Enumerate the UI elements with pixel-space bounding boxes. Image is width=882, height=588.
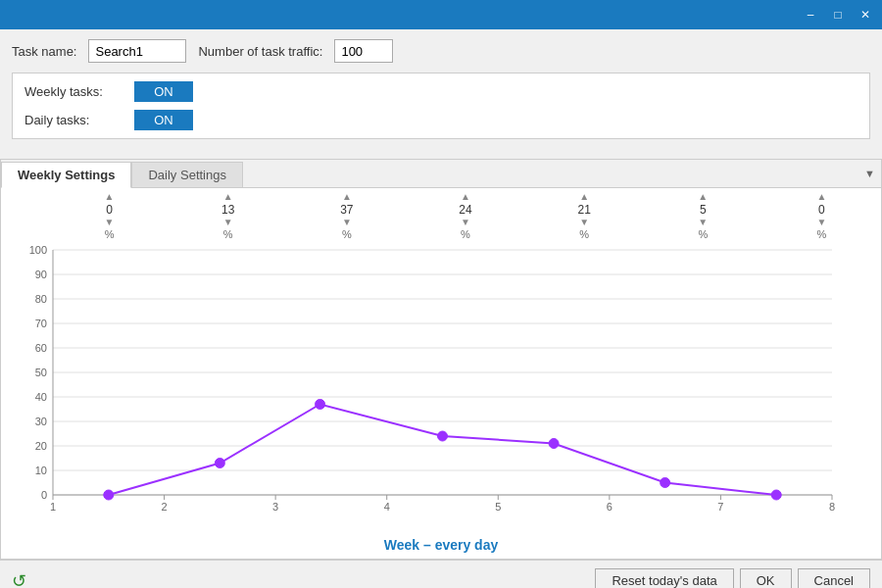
spinner-col-4: ▲ 21 ▼ % (525, 192, 644, 240)
svg-text:5: 5 (495, 501, 501, 513)
spinner-value-4: 21 (577, 203, 590, 217)
svg-text:0: 0 (41, 489, 47, 501)
action-buttons: Reset today's data OK Cancel (595, 568, 870, 588)
svg-text:3: 3 (272, 501, 278, 513)
svg-text:90: 90 (35, 269, 47, 280)
spinner-value-5: 5 (700, 203, 707, 217)
task-name-input[interactable] (88, 39, 186, 63)
spinner-pct-2: % (342, 228, 352, 240)
spinner-down-6[interactable]: ▼ (816, 218, 826, 227)
svg-text:1: 1 (50, 501, 56, 513)
minimize-button[interactable]: – (798, 4, 823, 25)
chart-svg: 010203040506070809010012345678 (9, 240, 852, 534)
spinner-down-0[interactable]: ▼ (105, 218, 115, 227)
spinner-pct-5: % (698, 228, 708, 240)
spinner-col-6: ▲ 0 ▼ % (762, 192, 881, 240)
refresh-icon[interactable]: ↺ (12, 570, 26, 589)
spinner-up-5[interactable]: ▲ (698, 192, 708, 202)
spinner-value-0: 0 (106, 203, 113, 217)
svg-text:7: 7 (717, 501, 723, 513)
spinner-value-1: 13 (221, 203, 234, 217)
tab-dropdown-icon[interactable]: ▼ (864, 168, 875, 179)
svg-text:40: 40 (35, 391, 47, 403)
svg-text:30: 30 (35, 416, 47, 427)
daily-settings-tab[interactable]: Daily Settings (131, 162, 242, 187)
form-row: Task name: Number of task traffic: (12, 39, 870, 63)
spinner-col-2: ▲ 37 ▼ % (287, 192, 406, 240)
svg-text:2: 2 (162, 501, 168, 513)
svg-text:20: 20 (35, 440, 47, 452)
spinner-pct-4: % (579, 228, 589, 240)
spinner-col-1: ▲ 13 ▼ % (169, 192, 287, 240)
spinner-value-2: 37 (340, 203, 353, 217)
spinners-row: ▲ 0 ▼ % ▲ 13 ▼ % ▲ 37 ▼ % ▲ 24 ▼ % ▲ 21 … (1, 188, 881, 240)
daily-toggle-row: Daily tasks: ON (24, 110, 858, 130)
traffic-label: Number of task traffic: (198, 44, 322, 59)
close-button[interactable]: ✕ (853, 4, 878, 25)
spinner-pct-6: % (817, 228, 827, 240)
weekly-label: Weekly tasks: (24, 84, 122, 99)
title-bar: – □ ✕ (0, 0, 882, 29)
svg-text:70: 70 (35, 318, 47, 329)
spinner-pct-0: % (105, 228, 115, 240)
ok-button[interactable]: OK (740, 568, 792, 588)
svg-point-44 (549, 439, 559, 449)
tab-body: ▲ 0 ▼ % ▲ 13 ▼ % ▲ 37 ▼ % ▲ 24 ▼ % ▲ 21 … (1, 188, 881, 559)
spinner-down-5[interactable]: ▼ (698, 218, 708, 227)
cancel-button[interactable]: Cancel (798, 568, 870, 588)
svg-text:10: 10 (35, 465, 47, 476)
svg-text:60: 60 (35, 342, 47, 354)
spinner-value-6: 0 (818, 203, 825, 217)
bottom-bar: ↺ Reset today's data OK Cancel (0, 560, 882, 588)
spinner-value-3: 24 (459, 203, 471, 217)
tab-container: Weekly Settings Daily Settings ▼ ▲ 0 ▼ %… (0, 159, 882, 560)
main-panel: Task name: Number of task traffic: Weekl… (0, 29, 882, 159)
svg-text:100: 100 (29, 244, 47, 256)
spinner-up-1[interactable]: ▲ (223, 192, 233, 202)
svg-point-42 (316, 400, 325, 410)
daily-label: Daily tasks: (24, 113, 122, 127)
x-axis-label: Week – every day (1, 537, 881, 559)
svg-text:50: 50 (35, 367, 47, 378)
svg-point-40 (104, 490, 114, 500)
spinner-down-1[interactable]: ▼ (223, 218, 233, 227)
spinner-pct-3: % (461, 228, 470, 240)
spinner-pct-1: % (223, 228, 233, 240)
spinner-col-5: ▲ 5 ▼ % (644, 192, 762, 240)
spinner-up-0[interactable]: ▲ (105, 192, 115, 202)
svg-text:4: 4 (384, 501, 390, 513)
svg-text:6: 6 (607, 501, 612, 513)
svg-point-41 (215, 459, 224, 468)
weekly-toggle-btn[interactable]: ON (134, 81, 193, 102)
traffic-input[interactable] (334, 39, 393, 63)
spinner-col-0: ▲ 0 ▼ % (50, 192, 169, 240)
spinner-up-2[interactable]: ▲ (342, 192, 352, 202)
svg-point-43 (438, 431, 448, 441)
daily-toggle-btn[interactable]: ON (134, 110, 193, 130)
svg-text:8: 8 (829, 501, 835, 513)
weekly-settings-tab[interactable]: Weekly Settings (1, 162, 131, 188)
svg-text:80: 80 (35, 293, 47, 305)
task-name-label: Task name: (12, 44, 76, 59)
window-controls: – □ ✕ (798, 4, 878, 25)
weekly-toggle-row: Weekly tasks: ON (24, 81, 858, 102)
maximize-button[interactable]: □ (825, 4, 851, 25)
toggle-section: Weekly tasks: ON Daily tasks: ON (12, 73, 870, 139)
spinner-down-2[interactable]: ▼ (342, 218, 352, 227)
tab-header: Weekly Settings Daily Settings ▼ (1, 160, 881, 188)
spinner-up-3[interactable]: ▲ (461, 192, 470, 202)
spinner-col-3: ▲ 24 ▼ % (406, 192, 524, 240)
svg-point-46 (771, 490, 781, 500)
reset-today-button[interactable]: Reset today's data (595, 568, 733, 588)
spinner-up-6[interactable]: ▲ (816, 192, 826, 202)
spinner-down-3[interactable]: ▼ (461, 218, 470, 227)
spinner-up-4[interactable]: ▲ (579, 192, 589, 202)
svg-point-45 (661, 478, 670, 488)
spinner-down-4[interactable]: ▼ (579, 218, 589, 227)
chart-wrapper: 010203040506070809010012345678 (1, 240, 881, 537)
